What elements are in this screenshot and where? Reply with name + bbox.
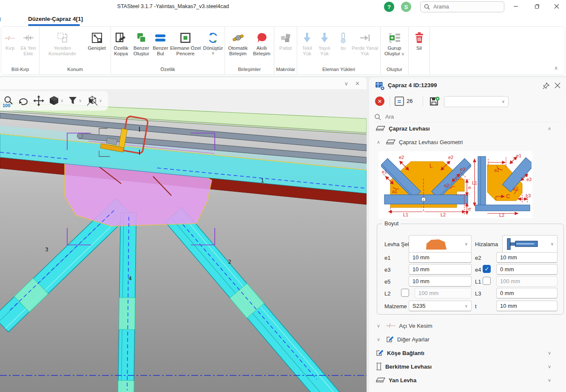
tekil-yuk-button[interactable]: Tekil Yük bbox=[299, 28, 316, 57]
L1-checkbox[interactable] bbox=[483, 277, 491, 285]
e1-input[interactable] bbox=[409, 252, 472, 263]
tab-edge-fragment[interactable]: l bbox=[0, 16, 1, 23]
expand-chevron[interactable]: ∨ bbox=[548, 378, 551, 383]
panel-close-icon[interactable] bbox=[555, 82, 560, 88]
yayili-yuk-button[interactable]: Yayılı Yük bbox=[316, 28, 333, 57]
L2-input[interactable] bbox=[415, 288, 472, 298]
malzeme-select[interactable]: S235 ∨ bbox=[409, 301, 472, 311]
hizalama-dropdown[interactable]: ∨ bbox=[502, 235, 557, 253]
ribbon-group-sil: Sil bbox=[409, 27, 430, 74]
section-aci-ve-kesim[interactable]: ∨ −/··· Açı Ve Kesim bbox=[377, 321, 555, 331]
donustur-button[interactable]: Dönüştür ∨ bbox=[202, 28, 225, 55]
minimize-icon bbox=[513, 4, 518, 9]
gurup-olustur-button[interactable]: Gurup Oluştur ∨ bbox=[381, 28, 408, 57]
e4-input[interactable] bbox=[496, 264, 557, 275]
view-cube-tool[interactable]: ∨ bbox=[48, 95, 63, 106]
trim-icon: −/··· bbox=[5, 30, 15, 45]
section-partial-bottom[interactable] bbox=[376, 389, 559, 392]
section-berkitme-levhasi[interactable]: Berkitme Levhası ∨ bbox=[376, 361, 559, 372]
global-search[interactable] bbox=[420, 1, 504, 12]
collapse-chevron[interactable]: ∧ bbox=[548, 126, 551, 131]
save-template-icon[interactable] bbox=[429, 96, 440, 107]
dropdown-chevron: ∨ bbox=[551, 242, 554, 246]
dropdown-chevron: ∨ bbox=[465, 242, 468, 246]
otomatik-birlesim-button[interactable]: Otomatik Birleşim bbox=[226, 28, 250, 57]
gusset-diagram-side: e1 a1 e3 a2 L3 C L1 L2 bbox=[472, 153, 532, 217]
cube-chevron[interactable]: ∨ bbox=[60, 99, 63, 103]
help-button[interactable]: ? bbox=[384, 2, 394, 12]
kirp-button[interactable]: −/··· Kırp bbox=[2, 28, 18, 51]
levha-sekli-dropdown[interactable]: ∨ bbox=[409, 235, 472, 253]
e4-checkbox[interactable] bbox=[483, 265, 491, 273]
L2-checkbox[interactable] bbox=[401, 289, 409, 297]
find-similar-icon bbox=[154, 30, 166, 45]
e2-input[interactable] bbox=[496, 252, 557, 263]
viewport-close-icon[interactable]: ✕ bbox=[355, 80, 360, 87]
pin-icon[interactable] bbox=[543, 82, 549, 89]
avatar[interactable]: S bbox=[401, 2, 411, 12]
section-geometri[interactable]: ∧ Çapraz Levhası Geometri bbox=[377, 137, 555, 147]
hizalama-label: Hizalama bbox=[475, 241, 498, 247]
L1-input[interactable] bbox=[496, 276, 557, 287]
elemane-ozel-pencere-button[interactable]: Elemane Özel Pencere bbox=[169, 28, 202, 57]
t-input[interactable] bbox=[496, 301, 557, 311]
gurup-olustur-chevron[interactable]: ∨ bbox=[400, 51, 404, 56]
yeniden-konumlandir-button[interactable]: Yeniden Konumlandır bbox=[41, 28, 84, 57]
tab-duzenle-capraz[interactable]: Düzenle-Çapraz 4[1] bbox=[28, 16, 83, 22]
minimize-button[interactable] bbox=[506, 0, 525, 13]
close-button[interactable] bbox=[547, 0, 566, 13]
equals-filter-icon[interactable]: = bbox=[395, 97, 404, 106]
orbit-tool[interactable] bbox=[18, 96, 29, 105]
L3-input[interactable] bbox=[496, 288, 557, 298]
ribbon-collapse-chevron[interactable]: ∧ bbox=[554, 65, 558, 71]
plate-icon bbox=[376, 125, 385, 131]
cancel-button[interactable]: ✕ bbox=[375, 97, 384, 106]
dim-b-L1: L1 bbox=[472, 180, 477, 185]
section-kose-baglanti[interactable]: Köşe Bağlantı ∨ bbox=[376, 348, 559, 358]
dim-e2-left: e2 bbox=[399, 155, 404, 160]
expand-chevron[interactable]: ∨ bbox=[377, 323, 383, 329]
L2-label: L2 bbox=[384, 290, 390, 297]
collapse-chevron[interactable]: ∧ bbox=[377, 139, 383, 145]
dim-b-a1: a1 bbox=[494, 168, 499, 173]
sil-button[interactable]: Sil bbox=[410, 28, 429, 51]
section-capraz-levhasi[interactable]: Çapraz Levhası ∧ bbox=[376, 123, 559, 134]
global-search-input[interactable] bbox=[433, 4, 493, 10]
template-combobox[interactable]: ∨ bbox=[444, 96, 509, 107]
e3-input[interactable] bbox=[409, 264, 472, 275]
benzer-bul-button[interactable]: Benzer Bul bbox=[152, 28, 170, 57]
filter-chevron[interactable]: ∨ bbox=[79, 99, 82, 103]
dim-L1: L1 bbox=[403, 212, 408, 217]
toolbar-separator bbox=[390, 96, 390, 106]
search-icon bbox=[374, 114, 381, 120]
dim-a2: a2 bbox=[444, 183, 449, 188]
panel-search-input[interactable] bbox=[385, 114, 513, 120]
alignment-icon bbox=[506, 238, 541, 250]
e5-input[interactable] bbox=[409, 276, 472, 287]
akilli-birlesim-button[interactable]: Akıllı Birleşim bbox=[250, 28, 273, 57]
bolt-icon bbox=[232, 30, 245, 45]
genislet-button[interactable]: Genişlet bbox=[84, 28, 110, 51]
panel-search[interactable] bbox=[374, 111, 561, 122]
filter-tool[interactable]: ∨ bbox=[68, 96, 82, 106]
viewport-3d-scene[interactable]: 1 2 3 4 bbox=[0, 89, 367, 392]
ozellik-kopya-button[interactable]: Özellik Kopya bbox=[111, 28, 131, 57]
pan-tool[interactable] bbox=[33, 95, 44, 106]
isi-button[interactable]: Isı bbox=[336, 28, 351, 51]
perde-yanal-yuk-button[interactable]: Perde Yanal Yük bbox=[351, 28, 379, 57]
viewport-dropdown-chevron[interactable]: ∨ bbox=[344, 80, 349, 87]
ek-yeri-ekle-button[interactable]: Ek Yeri Ekle bbox=[18, 28, 39, 57]
donustur-dropdown-chevron[interactable]: ∨ bbox=[211, 51, 214, 55]
expand-chevron[interactable]: ∨ bbox=[548, 364, 551, 369]
dim-b-a2: a2 bbox=[513, 186, 518, 191]
benzer-olustur-button[interactable]: Benzer Oluştur bbox=[131, 28, 152, 57]
expand-chevron[interactable]: ∨ bbox=[377, 337, 383, 342]
section-diger-ayarlar[interactable]: ∨ Diğer Ayarlar bbox=[377, 334, 555, 344]
group-label-birlesimler: Birleşimler bbox=[225, 65, 274, 74]
axis-view-tool[interactable]: ∨ bbox=[86, 95, 102, 106]
maximize-button[interactable] bbox=[528, 0, 546, 13]
expand-chevron[interactable]: ∨ bbox=[548, 350, 551, 356]
axis-chevron[interactable]: ∨ bbox=[99, 99, 102, 103]
section-yan-levha[interactable]: Yan Levha ∨ bbox=[376, 375, 559, 385]
patlat-button[interactable]: Patlat bbox=[275, 28, 296, 51]
